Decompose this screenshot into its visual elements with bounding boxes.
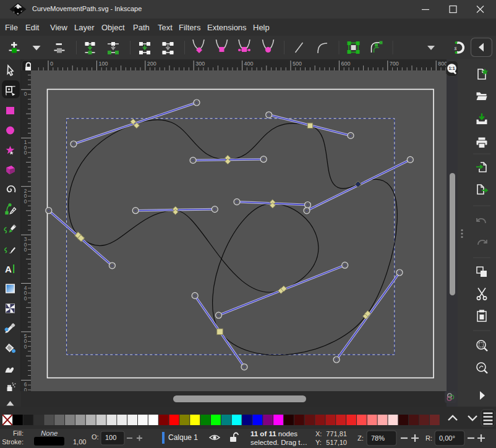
svg-text:0: 0: [24, 247, 27, 253]
svg-text:s: s: [455, 44, 457, 51]
svg-text:100: 100: [98, 61, 108, 67]
svg-text:200: 200: [147, 61, 156, 67]
svg-text:517,10: 517,10: [326, 439, 347, 446]
svg-text:Y:: Y:: [315, 439, 322, 446]
svg-text:None: None: [41, 429, 58, 437]
svg-text:78%: 78%: [371, 434, 385, 442]
svg-text:Stroke:: Stroke:: [2, 438, 24, 446]
svg-text:O:: O:: [92, 433, 99, 441]
svg-text:0: 0: [24, 344, 27, 350]
svg-text:0: 0: [24, 387, 27, 391]
svg-text:X:: X:: [315, 430, 322, 437]
svg-text:selected. Drag t…: selected. Drag t…: [250, 439, 307, 446]
svg-text:0: 0: [24, 150, 27, 156]
svg-text:500: 500: [293, 61, 302, 67]
svg-text:300: 300: [195, 61, 205, 67]
svg-text:100: 100: [105, 434, 116, 441]
svg-text:0: 0: [24, 91, 27, 97]
svg-text:0: 0: [24, 295, 27, 302]
svg-text:R:: R:: [425, 434, 432, 442]
svg-text:0: 0: [50, 61, 53, 67]
svg-text:11 of 11 nodes: 11 of 11 nodes: [250, 430, 297, 437]
svg-text:0: 0: [24, 198, 27, 205]
svg-text:1:1: 1:1: [448, 66, 455, 70]
svg-text:600: 600: [341, 61, 350, 67]
svg-text:700: 700: [390, 61, 399, 67]
svg-text:Fill:: Fill:: [13, 429, 24, 437]
svg-text:0,00°: 0,00°: [439, 434, 455, 442]
svg-text:400: 400: [244, 61, 254, 67]
svg-text:771,81: 771,81: [326, 430, 347, 437]
svg-text:Calque 1: Calque 1: [168, 433, 198, 442]
svg-text:Z:: Z:: [357, 434, 364, 442]
svg-text:A: A: [5, 264, 12, 274]
svg-text:1,00: 1,00: [73, 438, 86, 446]
svg-text:800: 800: [438, 61, 447, 67]
